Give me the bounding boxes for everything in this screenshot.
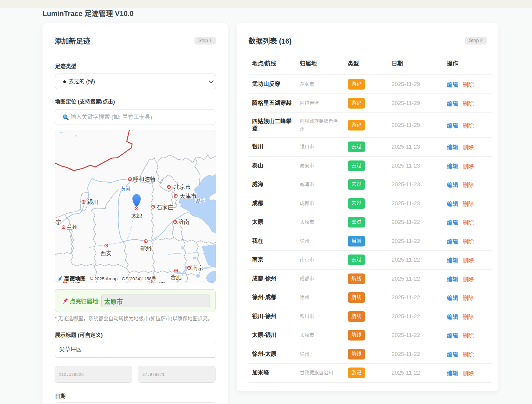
svg-text:太原: 太原: [131, 212, 142, 219]
svg-text:兰州: 兰州: [66, 224, 78, 230]
svg-text:天津市: 天津市: [180, 193, 197, 199]
svg-text:石家庄: 石家庄: [156, 204, 173, 211]
svg-text:武汉: 武汉: [154, 281, 166, 283]
svg-text:济南: 济南: [178, 219, 189, 225]
svg-text:南京: 南京: [192, 265, 203, 271]
svg-text:渤海: 渤海: [195, 198, 205, 203]
svg-text:黄河: 黄河: [121, 186, 130, 191]
svg-text:© 2025 Amap - GS(2024)1158号: © 2025 Amap - GS(2024)1158号: [90, 276, 156, 281]
svg-text:银川: 银川: [87, 199, 99, 205]
svg-text:成都: 成都: [69, 282, 80, 283]
svg-text:西安: 西安: [100, 250, 112, 257]
svg-text:郑州: 郑州: [140, 246, 151, 252]
svg-text:呼和浩特: 呼和浩特: [133, 176, 156, 182]
svg-text:高德地图: 高德地图: [64, 276, 86, 282]
svg-text:北京市: 北京市: [174, 184, 191, 190]
svg-text:合肥: 合肥: [170, 274, 182, 281]
svg-text:宁: 宁: [56, 219, 61, 225]
